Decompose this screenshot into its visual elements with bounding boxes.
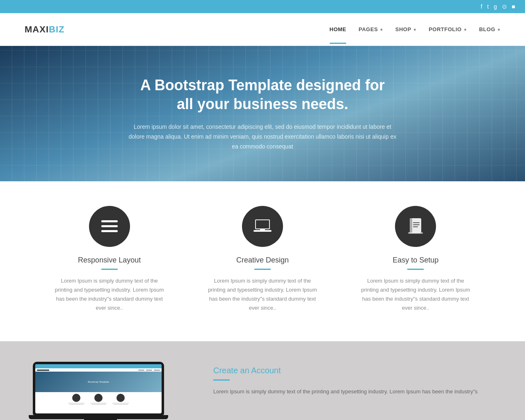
logo-biz: BIZ [49, 24, 64, 34]
bottom-title: Create an Account [213, 366, 492, 375]
svg-rect-0 [101, 220, 118, 222]
pages-plus-icon: + [379, 27, 383, 32]
logo[interactable]: MAXIBIZ [25, 24, 64, 35]
feature-creative-design: Creative Design Lorem Ipsum is simply du… [197, 206, 328, 313]
dribbble-icon[interactable]: ⊙ [502, 3, 507, 10]
feature-divider-creative [254, 269, 271, 270]
blog-plus-icon: + [496, 27, 500, 32]
laptop-icon [253, 219, 272, 233]
bottom-desc: Lorem Ipsum is simply dummy text of the … [213, 387, 492, 396]
hero-subtitle: Lorem ipsum dolor sit amet, consectetur … [127, 122, 398, 151]
feature-title-creative: Creative Design [236, 256, 289, 265]
feature-desc-creative: Lorem Ipsum is simply dummy text of the … [205, 276, 320, 313]
nav-item-portfolio[interactable]: PORTFOLIO + [429, 15, 467, 44]
portfolio-plus-icon: + [462, 27, 466, 32]
shop-plus-icon: + [412, 27, 416, 32]
feature-title-setup: Easy to Setup [393, 256, 438, 265]
twitter-icon[interactable]: t [487, 3, 489, 10]
feature-desc-responsive: Lorem Ipsum is simply dummy text of the … [52, 276, 167, 313]
bottom-section: Bootstrap Template [0, 341, 525, 420]
creative-design-icon-circle [242, 206, 283, 247]
features-section: Responsive Layout Lorem Ipsum is simply … [0, 181, 525, 341]
svg-rect-11 [413, 226, 418, 227]
watermark-text: www.shantagachristiancollege.com [36, 408, 87, 412]
device-screen-area: Bootstrap Template [33, 362, 164, 415]
svg-rect-10 [413, 224, 420, 225]
facebook-icon[interactable]: f [481, 3, 482, 10]
nav-item-pages[interactable]: PAGES + [358, 15, 383, 44]
rss-icon[interactable]: ■ [512, 3, 515, 10]
svg-rect-6 [260, 229, 265, 231]
svg-rect-8 [410, 218, 412, 233]
svg-rect-2 [101, 230, 118, 232]
feature-desc-setup: Lorem Ipsum is simply dummy text of the … [358, 276, 473, 313]
hero-section: A Bootstrap Template designed forall you… [0, 46, 525, 181]
bottom-text-area: Create an Account Lorem Ipsum is simply … [213, 362, 492, 396]
device-mockup-container: Bootstrap Template [33, 362, 189, 420]
header: MAXIBIZ HOME PAGES + SHOP + PORTFOLIO + … [0, 13, 525, 46]
hero-content: A Bootstrap Template designed forall you… [127, 76, 398, 152]
top-bar: f t g ⊙ ■ [0, 0, 525, 13]
main-nav: HOME PAGES + SHOP + PORTFOLIO + BLOG + [329, 15, 500, 44]
svg-rect-12 [408, 232, 423, 234]
feature-easy-setup: Easy to Setup Lorem Ipsum is simply dumm… [350, 206, 481, 313]
feature-divider-responsive [101, 269, 118, 270]
svg-rect-4 [256, 220, 269, 228]
hamburger-icon [101, 220, 118, 233]
googleplus-icon[interactable]: g [494, 3, 497, 10]
svg-rect-9 [413, 222, 420, 223]
svg-rect-1 [101, 225, 118, 227]
easy-setup-icon-circle [395, 206, 436, 247]
responsive-layout-icon-circle [89, 206, 130, 247]
hero-title: A Bootstrap Template designed forall you… [127, 76, 398, 114]
logo-maxi: MAXI [25, 24, 49, 34]
nav-item-blog[interactable]: BLOG + [479, 15, 500, 44]
feature-divider-setup [407, 269, 424, 270]
feature-title-responsive: Responsive Layout [78, 256, 141, 265]
nav-item-shop[interactable]: SHOP + [395, 15, 416, 44]
nav-item-home[interactable]: HOME [329, 15, 346, 44]
book-icon [408, 218, 423, 235]
feature-responsive-layout: Responsive Layout Lorem Ipsum is simply … [44, 206, 175, 313]
bottom-divider [213, 379, 230, 381]
